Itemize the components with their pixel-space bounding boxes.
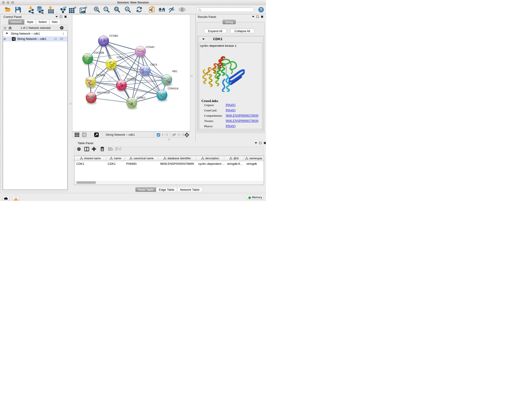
svg-text:RB1: RB1 (172, 70, 177, 73)
svg-text:CCNE1: CCNE1 (137, 96, 146, 99)
svg-text:CCNB2: CCNB2 (109, 34, 118, 37)
svg-text:CDKN1A: CDKN1A (168, 87, 178, 90)
svg-text:CCNA1: CCNA1 (146, 46, 155, 48)
svg-text:CDK1: CDK1 (117, 56, 124, 59)
svg-text:CCNB1: CCNB1 (96, 74, 105, 77)
svg-text:?: ? (260, 7, 262, 12)
svg-text:CCNA2: CCNA2 (127, 78, 136, 80)
svg-text:HIST1H1A: HIST1H1A (97, 91, 110, 94)
svg-text:CDC6: CDC6 (150, 63, 157, 66)
svg-text:CDC25B: CDC25B (94, 51, 104, 54)
